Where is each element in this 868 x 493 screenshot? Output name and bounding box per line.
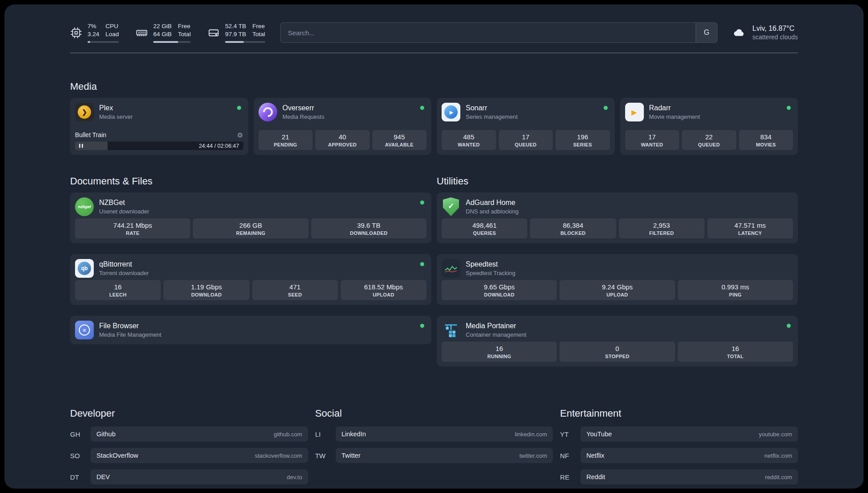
service-card-speedtest[interactable]: Speedtest Speedtest Tracking 9.65 Gbps D… [437,254,798,305]
playback-progress-bar[interactable]: 24:44 / 02:06:47 [75,142,243,150]
memory-free-value: 22 GiB [153,22,171,30]
stat-block: 266 GB REMAINING [193,218,308,238]
topbar-divider [70,53,798,53]
bookmark-link-twitter[interactable]: Twitter twitter.com [336,448,553,463]
gear-icon[interactable] [237,132,243,138]
stat-block: 618.52 Mbps UPLOAD [341,280,426,300]
service-card-portainer[interactable]: Media Portainer Container management 16 … [437,316,798,367]
service-card-plex[interactable]: Plex Media server Bullet Train 24:44 / 0… [70,98,248,155]
service-name: AdGuard Home [466,199,519,207]
stat-value: 618.52 Mbps [364,283,403,291]
weather-condition: scattered clouds [752,33,798,42]
service-card-nzbget[interactable]: NZBGet Usenet downloader 744.21 Mbps RAT… [70,192,431,243]
memory-free-label: Free [178,22,191,30]
stat-block: 744.21 Mbps RATE [75,218,190,238]
bookmark-name: DEV [96,473,110,480]
status-dot-online [604,106,608,110]
service-header: Speedtest Speedtest Tracking [442,259,793,278]
memory-usage-fill [153,41,178,43]
bookmark-link-stackoverflow[interactable]: StackOverflow stackoverflow.com [91,448,308,463]
stat-block: 16 LEECH [75,280,161,300]
stat-label: RUNNING [487,354,511,359]
disk-total-value: 97.9 TB [225,30,246,38]
stat-block: 471 SEED [252,280,338,300]
stat-value: 1.19 Gbps [191,283,222,291]
stat-value: 471 [289,283,300,291]
plex-icon [75,103,94,121]
bookmark-domain: netflix.com [764,452,792,459]
stat-value: 39.6 TB [357,221,380,229]
cloud-icon [731,26,747,39]
bookmark-link-dev[interactable]: DEV dev.to [91,469,308,485]
bookmark-name: Netflix [586,452,604,459]
utilities-column: Utilities AdGuard Home DNS and adblockin… [437,175,798,367]
stat-value: 21 [282,133,289,141]
service-card-radarr[interactable]: Radarr Movie management 17 WANTED 22 QUE… [620,98,798,155]
service-description: Movie management [649,113,700,120]
stat-block: 17 WANTED [625,130,680,150]
weather-location: Lviv, 16.87°C [752,24,798,33]
stat-label: QUEUED [698,142,720,147]
stat-value: 16 [731,345,739,352]
service-stats: 744.21 Mbps RATE 266 GB REMAINING 39.6 T… [75,218,426,238]
stat-block: 945 AVAILABLE [372,130,427,150]
stat-block: 498,461 QUERIES [442,218,527,238]
cpu-monitor: 7% 3.24 CPU Load [70,22,119,42]
bookmark-group-developer: Developer GH Github github.com SO StackO… [70,408,308,485]
section-title-utilities: Utilities [437,175,798,187]
bookmark-domain: github.com [274,431,302,438]
bookmark-link-reddit[interactable]: Reddit reddit.com [580,469,798,485]
stat-value: 9.65 Gbps [484,283,515,291]
service-card-qbittorrent[interactable]: qBittorrent Torrent downloader 16 LEECH [70,254,431,305]
stat-block: 0.993 ms PING [678,280,793,300]
weather-widget: Lviv, 16.87°C scattered clouds [731,24,798,42]
stat-label: QUERIES [473,230,496,236]
service-card-adguard[interactable]: AdGuard Home DNS and adblocking 498,461 … [437,192,798,243]
bookmark-link-youtube[interactable]: YouTube youtube.com [580,426,798,442]
status-dot-online [420,324,424,328]
stat-value: 17 [648,133,656,141]
service-description: Container management [466,331,526,338]
service-description: DNS and adblocking [466,208,519,215]
search-provider-button[interactable]: G [696,23,717,42]
service-card-filebrowser[interactable]: File Browser Media File Management [70,316,431,344]
media-card-row: Plex Media server Bullet Train 24:44 / 0… [70,98,798,155]
service-card-sonarr[interactable]: Sonarr Series management 485 WANTED 17 Q… [437,98,615,155]
search-input[interactable] [281,23,696,42]
bookmark-link-linkedin[interactable]: LinkedIn linkedin.com [336,426,553,442]
bookmark-twitter: TW Twitter twitter.com [315,448,553,463]
service-header: File Browser Media File Management [75,321,426,339]
dashboard-panel: 7% 3.24 CPU Load [4,4,864,489]
stat-value: 86,384 [563,221,583,229]
service-meta: Plex Media server [99,104,133,120]
service-header: AdGuard Home DNS and adblocking [442,197,793,216]
cpu-usage-fill [88,41,90,43]
stat-block: 16 RUNNING [442,342,557,362]
bookmark-domain: youtube.com [759,431,792,438]
stat-block: 9.24 Gbps UPLOAD [559,280,675,300]
stat-label: UPLOAD [606,292,628,297]
section-title-social: Social [315,408,553,419]
speedtest-chart-icon [442,259,460,278]
stat-label: SERIES [573,142,592,147]
pause-icon[interactable] [79,144,83,148]
stat-label: RATE [126,230,139,236]
service-card-overseerr[interactable]: Overseerr Media Requests 21 PENDING 40 A… [254,98,432,155]
stat-block: 22 QUEUED [682,130,736,150]
stat-block: 39.6 TB DOWNLOADED [311,218,426,238]
bookmark-name: Twitter [342,452,361,459]
stat-value: 834 [760,133,772,141]
plex-now-playing-widget: Bullet Train 24:44 / 02:06:47 [75,131,243,150]
service-meta: qBittorrent Torrent downloader [99,260,149,276]
bookmark-abbr: NF [560,452,580,460]
status-dot-online [420,201,424,205]
bookmark-link-netflix[interactable]: Netflix netflix.com [580,448,798,463]
bookmark-link-github[interactable]: Github github.com [91,426,308,442]
stat-block: 196 SERIES [555,130,610,150]
bookmark-groups: Developer GH Github github.com SO StackO… [70,408,798,489]
bookmark-name: Github [96,430,116,438]
service-header: Plex Media server [75,103,243,121]
memory-icon [136,27,148,39]
status-dot-online [787,106,791,110]
playback-time: 24:44 / 02:06:47 [199,143,239,149]
